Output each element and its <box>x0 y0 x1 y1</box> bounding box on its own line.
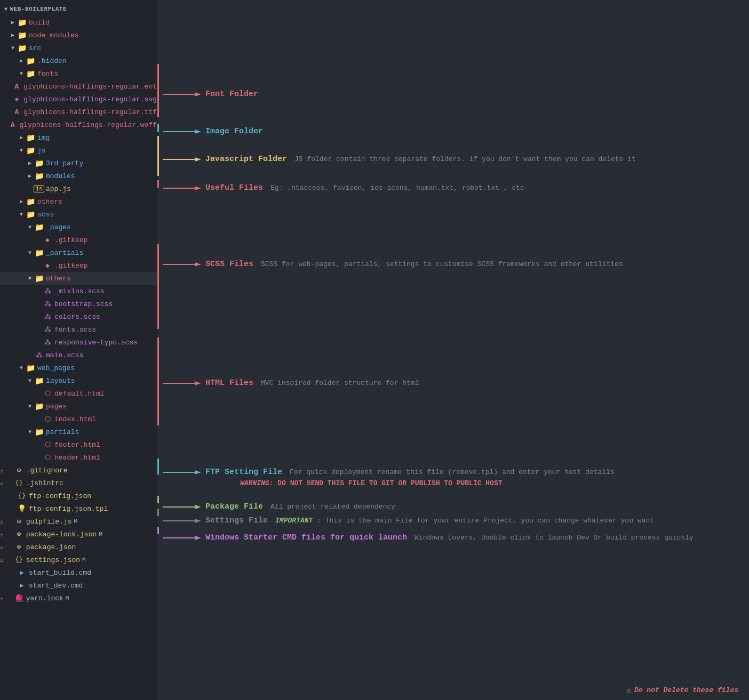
svg-marker-17 <box>195 519 201 523</box>
file-icon: ◆ <box>43 236 52 244</box>
modified-badge: M <box>99 531 102 537</box>
file-icon: 📁 <box>26 69 35 78</box>
tree-item-img[interactable]: ▶📁img <box>0 131 157 144</box>
tree-item-font1[interactable]: Aglyphicons-halflings-regular.eot <box>0 80 157 93</box>
tree-item-others1[interactable]: ▶📁others <box>0 195 157 208</box>
warning-icon: ⚠ <box>627 686 631 695</box>
arrow-svg <box>163 534 202 542</box>
folder-arrow: ▼ <box>26 250 34 256</box>
bracket-line <box>157 509 159 516</box>
tree-item-js[interactable]: ▼📁js <box>0 144 157 157</box>
bracket-line <box>157 136 159 176</box>
warning-badge: ⚠ <box>0 518 4 525</box>
file-label: yarn.lock <box>26 594 63 602</box>
arrow-svg <box>163 261 202 268</box>
tree-item-3rd_party[interactable]: ▶📁3rd_party <box>0 157 157 170</box>
annotation-desc-important: IMPORTANT : This is the main File for yo… <box>275 517 654 525</box>
file-icon: 📁 <box>26 197 35 206</box>
tree-item-gitkeep1[interactable]: ◆.gitkeep <box>0 234 157 246</box>
bottom-note-bar: ⚠ Do not Delete these files <box>627 686 738 695</box>
arrow-svg <box>163 156 202 163</box>
tree-item-others2[interactable]: ▼📁others <box>0 272 157 285</box>
tree-item-ftp_config[interactable]: {}ftp-config.json <box>0 489 157 502</box>
tree-item-ftp_config_tpl[interactable]: 💡ftp-config.json.tpl <box>0 502 157 515</box>
file-icon: js <box>34 185 44 192</box>
file-label: header.html <box>54 454 100 462</box>
file-icon: ⊛ <box>14 530 24 538</box>
tree-item-index_html[interactable]: ⬡index.html <box>0 413 157 425</box>
annotation-useful-files: Useful FilesEg: .htaccess, favicon, ios … <box>163 183 524 192</box>
tree-item-_pages[interactable]: ▼📁_pages <box>0 221 157 234</box>
tree-item-main_scss[interactable]: ⁂main.scss <box>0 349 157 361</box>
file-label: glyphicons-halflings-regular.ttf <box>23 108 157 116</box>
tree-item-package_lock[interactable]: ⚠⊛package-lock.jsonM <box>0 528 157 541</box>
tree-item-font2[interactable]: ◈glyphicons-halflings-regular.svg <box>0 93 157 106</box>
bracket-line <box>157 180 159 188</box>
tree-item-app_js[interactable]: jsapp.js <box>0 182 157 195</box>
tree-item-scss[interactable]: ▼📁scss <box>0 208 157 221</box>
tree-item-modules[interactable]: ▶📁modules <box>0 170 157 182</box>
annotation-warning-line: WARNING: DO NOT SEND THIS FILE TO GIT OR… <box>240 479 503 487</box>
tree-item-web_pages[interactable]: ▼📁web_pages <box>0 361 157 374</box>
file-label: glyphicons-halflings-regular.woff <box>20 121 157 129</box>
file-label: glyphicons-halflings-regular.svg <box>23 95 157 103</box>
tree-item-package_json[interactable]: ⚠⊛package.json <box>0 541 157 553</box>
annotation-desc: MVC inspired folder structure for html <box>261 379 419 387</box>
file-label: settings.json <box>26 556 80 564</box>
bracket-line <box>157 124 159 132</box>
tree-item-bootstrap_scss[interactable]: ⁂bootstrap.scss <box>0 297 157 310</box>
tree-item-start_dev[interactable]: ▶start_dev.cmd <box>0 579 157 592</box>
svg-marker-1 <box>195 92 201 96</box>
tree-item-pages[interactable]: ▼📁pages <box>0 400 157 413</box>
file-label: others <box>37 198 62 206</box>
tree-item-settings_json[interactable]: ⚠{}settings.jsonM <box>0 553 157 566</box>
tree-item-_partials[interactable]: ▼📁_partials <box>0 246 157 259</box>
tree-item-font4[interactable]: Aglyphicons-halflings-regular.woff <box>0 118 157 131</box>
file-label: _partials <box>46 249 83 257</box>
tree-item-layouts[interactable]: ▼📁layouts <box>0 374 157 387</box>
tree-item-gitkeep2[interactable]: ◆.gitkeep <box>0 259 157 272</box>
tree-item-node_modules[interactable]: ▶📁node_modules <box>0 29 157 42</box>
tree-item-footer_html[interactable]: ⬡footer.html <box>0 438 157 451</box>
warning-badge: ⚠ <box>0 544 4 551</box>
file-icon: 📁 <box>34 274 44 283</box>
modified-badge: M <box>66 595 69 601</box>
tree-item-fonts[interactable]: ▼📁fonts <box>0 67 157 80</box>
tree-item-font3[interactable]: Aglyphicons-halflings-regular.ttf <box>0 106 157 118</box>
tree-item-responsive[interactable]: ⁂responsive-typo.scss <box>0 336 157 349</box>
file-icon: 📁 <box>34 223 44 232</box>
file-label: ftp-config.json <box>29 492 91 500</box>
file-label: scss <box>37 211 54 219</box>
tree-item-colors_scss[interactable]: ⁂colors.scss <box>0 310 157 323</box>
tree-item-start_build[interactable]: ▶start_build.cmd <box>0 566 157 579</box>
svg-marker-11 <box>195 381 201 385</box>
file-icon: 📁 <box>17 44 27 53</box>
file-label: web_pages <box>37 364 75 372</box>
tree-item-gitignore[interactable]: ⚠⚙.gitignore <box>0 464 157 477</box>
file-icon: 📁 <box>26 146 35 155</box>
tree-item-src[interactable]: ▼📁src <box>0 42 157 54</box>
file-icon: A <box>8 121 18 129</box>
folder-arrow: ▼ <box>17 148 26 154</box>
tree-item-hidden[interactable]: ▶📁.hidden <box>0 54 157 67</box>
annotation-title: Settings File <box>205 516 268 525</box>
file-icon: 📁 <box>34 428 44 437</box>
tree-item-header_html[interactable]: ⬡header.html <box>0 451 157 464</box>
tree-item-gulpfile[interactable]: ⚠⚙gulpfile.jsM <box>0 515 157 528</box>
file-icon: 📁 <box>26 210 35 219</box>
tree-item-build[interactable]: ▶📁build <box>0 16 157 29</box>
tree-item-yarn_lock[interactable]: ⚠🧶yarn.lockM <box>0 592 157 605</box>
tree-item-mixins[interactable]: ⁂_mixins.scss <box>0 285 157 297</box>
folder-arrow: ▶ <box>26 160 34 166</box>
annotation-title: Image Folder <box>205 127 263 136</box>
tree-item-fonts_scss[interactable]: ⁂fonts.scss <box>0 323 157 336</box>
file-icon: ⁂ <box>43 287 52 295</box>
tree-item-partials[interactable]: ▼📁partials <box>0 425 157 438</box>
tree-item-default_html[interactable]: ⬡default.html <box>0 387 157 400</box>
tree-item-jshintrc[interactable]: ⚠{}.jshintrc <box>0 477 157 489</box>
file-label: app.js <box>46 185 71 193</box>
annotation-title: HTML Files <box>205 379 253 388</box>
file-tree-sidebar[interactable]: ▼ WEB-BOILERPLATE ▶📁build▶📁node_modules▼… <box>0 0 157 700</box>
sidebar-header[interactable]: ▼ WEB-BOILERPLATE <box>0 2 157 16</box>
svg-marker-7 <box>195 186 201 190</box>
